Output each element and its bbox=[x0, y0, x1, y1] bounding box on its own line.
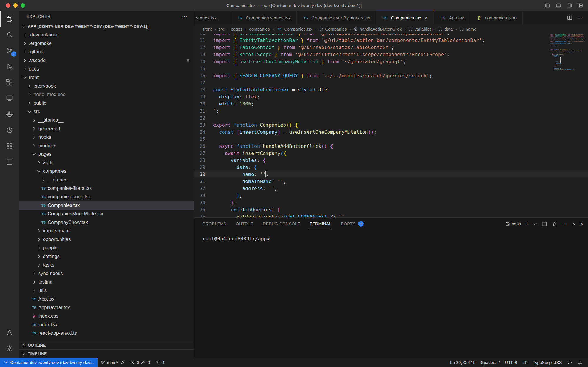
close-panel-icon[interactable]: × bbox=[580, 221, 583, 227]
new-terminal-icon[interactable]: + bbox=[525, 221, 529, 227]
code-line[interactable]: 21`; bbox=[194, 108, 588, 115]
tab-stories.tsx[interactable]: stories.tsx bbox=[194, 11, 231, 24]
panel-more-actions-icon[interactable]: ⋯ bbox=[562, 221, 567, 227]
tab-companies.json[interactable]: {}companies.json bbox=[470, 11, 523, 24]
minimize-window-button[interactable] bbox=[13, 3, 18, 8]
tree-file-react-app-env.d.ts[interactable]: TSreact-app-env.d.ts bbox=[19, 329, 194, 337]
tree-folder-companies[interactable]: companies bbox=[19, 167, 194, 175]
tree-file-index.tsx[interactable]: TSindex.tsx bbox=[19, 320, 194, 329]
formatter-status-item[interactable] bbox=[564, 358, 575, 367]
code-line[interactable]: 17 bbox=[194, 79, 588, 86]
tree-folder-hooks[interactable]: hooks bbox=[19, 133, 194, 141]
maximize-window-button[interactable] bbox=[21, 3, 25, 8]
tree-file-AppNavbar.tsx[interactable]: TSAppNavbar.tsx bbox=[19, 303, 194, 312]
code-line[interactable]: 13import { RecoilScope } from '@/ui/util… bbox=[194, 51, 588, 58]
timeline-section[interactable]: TIMELINE bbox=[19, 349, 194, 358]
code-line[interactable]: 16import { SEARCH_COMPANY_QUERY } from '… bbox=[194, 72, 588, 79]
code-line[interactable]: 33 }, bbox=[194, 192, 588, 199]
breadcrumb-variables[interactable]: variables bbox=[408, 27, 432, 31]
tree-folder-people[interactable]: people bbox=[19, 244, 194, 252]
breadcrumb-pages[interactable]: pages bbox=[231, 27, 243, 31]
tree-folder-node_modules[interactable]: node_modules bbox=[19, 90, 194, 99]
breadcrumb-handleAddButtonClick[interactable]: handleAddButtonClick bbox=[353, 27, 402, 31]
cursor-position-item[interactable]: Ln 30, Col 19 bbox=[447, 358, 478, 367]
breadcrumb-name[interactable]: name bbox=[460, 27, 476, 31]
toggle-panel-icon[interactable] bbox=[555, 2, 562, 9]
tree-file-App.tsx[interactable]: TSApp.tsx bbox=[19, 295, 194, 303]
tree-file-companies-sorts.tsx[interactable]: TScompanies-sorts.tsx bbox=[19, 192, 194, 201]
tree-folder-__stories__[interactable]: __stories__ bbox=[19, 116, 194, 124]
terminal-shell-selector[interactable]: bash bbox=[505, 222, 521, 226]
toggle-sidebar-icon[interactable] bbox=[544, 2, 551, 9]
tree-folder-generated[interactable]: generated bbox=[19, 124, 194, 133]
close-window-button[interactable] bbox=[6, 3, 10, 8]
tree-folder-settings[interactable]: settings bbox=[19, 252, 194, 261]
close-tab-icon[interactable]: × bbox=[425, 15, 428, 21]
code-line[interactable]: 23export function Companies() { bbox=[194, 122, 588, 129]
tree-folder-.github[interactable]: .github bbox=[19, 48, 194, 56]
breadcrumb-companies[interactable]: companies bbox=[249, 27, 270, 31]
code-line[interactable]: 18const StyledTableContainer = styled.di… bbox=[194, 86, 588, 93]
tree-folder-impersonate[interactable]: impersonate bbox=[19, 227, 194, 235]
code-line[interactable]: 27 await insertCompany({ bbox=[194, 150, 588, 157]
code-line[interactable]: 26 async function handleAddButtonClick()… bbox=[194, 143, 588, 150]
maximize-panel-icon[interactable] bbox=[571, 222, 576, 226]
tree-folder-.vscode[interactable]: .vscode bbox=[19, 56, 194, 65]
breadcrumb-front[interactable]: front bbox=[203, 27, 212, 31]
extensions-icon[interactable] bbox=[0, 74, 19, 90]
customize-layout-icon[interactable] bbox=[577, 2, 583, 9]
tree-folder-src[interactable]: src bbox=[19, 107, 194, 116]
tree-folder-.devcontainer[interactable]: .devcontainer bbox=[19, 31, 194, 39]
code-line[interactable]: 11import { EntityTableActionBar } from '… bbox=[194, 37, 588, 44]
breadcrumb-data[interactable]: data bbox=[438, 27, 453, 31]
code-line[interactable]: 20 width: 100%; bbox=[194, 100, 588, 108]
tree-folder-front[interactable]: front bbox=[19, 73, 194, 82]
outline-section[interactable]: OUTLINE bbox=[19, 341, 194, 349]
code-line[interactable]: 25 bbox=[194, 136, 588, 143]
tree-file-CompanyShow.tsx[interactable]: TSCompanyShow.tsx bbox=[19, 218, 194, 227]
docker-icon[interactable] bbox=[0, 106, 19, 122]
split-terminal-icon[interactable] bbox=[542, 221, 547, 227]
tree-folder-docs[interactable]: docs bbox=[19, 65, 194, 73]
code-line[interactable]: 36 getOperationName(GET_COMPANIES) ?? ''… bbox=[194, 213, 588, 217]
tree-folder-auth[interactable]: auth bbox=[19, 158, 194, 167]
tree-folder-pages[interactable]: pages bbox=[19, 150, 194, 158]
tab-Companies.sortBy.stories.tsx[interactable]: TSCompanies.sortBy.stories.tsx bbox=[297, 11, 376, 24]
code-line[interactable]: 32 address: '', bbox=[194, 185, 588, 192]
code-line[interactable]: 22 bbox=[194, 115, 588, 122]
tree-folder-.storybook[interactable]: .storybook bbox=[19, 82, 194, 90]
tab-App.tsx[interactable]: TSApp.tsx bbox=[434, 11, 470, 24]
code-line[interactable]: 30 name: '', bbox=[194, 171, 588, 178]
code-editor[interactable]: 10import { WithTopBarContainer } from '@… bbox=[194, 34, 588, 217]
minimap[interactable]: import { WithTopBarContainer } from '@/u… bbox=[550, 34, 584, 217]
breadcrumb-Companies.tsx[interactable]: TSCompanies.tsx bbox=[276, 27, 312, 31]
tree-folder-public[interactable]: public bbox=[19, 99, 194, 107]
tree-folder-utils[interactable]: utils bbox=[19, 286, 194, 295]
terminal-output[interactable]: root@0a42ecd84891:/app# bbox=[194, 230, 588, 358]
code-line[interactable]: 24 const [insertCompany] = useInsertOneC… bbox=[194, 129, 588, 136]
language-mode-item[interactable]: TypeScript JSX bbox=[530, 358, 564, 367]
notifications-item[interactable] bbox=[575, 358, 585, 367]
extension-grid-icon[interactable] bbox=[0, 138, 19, 154]
eol-item[interactable]: LF bbox=[520, 358, 530, 367]
tab-Companies.tsx[interactable]: TSCompanies.tsx× bbox=[376, 11, 434, 24]
accounts-icon[interactable] bbox=[0, 324, 19, 340]
settings-icon[interactable] bbox=[0, 340, 19, 356]
problems-item[interactable]: 0 0 bbox=[127, 358, 153, 367]
code-line[interactable]: 35 refetchQueries: [ bbox=[194, 206, 588, 213]
editor-more-actions-icon[interactable]: ⋯ bbox=[577, 15, 583, 21]
tree-folder-modules[interactable]: modules bbox=[19, 141, 194, 150]
panel-tab-output[interactable]: OUTPUT bbox=[236, 218, 253, 230]
code-line[interactable]: 15 bbox=[194, 65, 588, 72]
encoding-item[interactable]: UTF-8 bbox=[502, 358, 520, 367]
source-control-icon[interactable]: 1 bbox=[0, 43, 19, 58]
panel-tab-debug-console[interactable]: DEBUG CONSOLE bbox=[263, 218, 300, 230]
tree-folder-__stories__[interactable]: __stories__ bbox=[19, 175, 194, 184]
tree-folder-.ergomake[interactable]: .ergomake bbox=[19, 39, 194, 48]
split-editor-icon[interactable] bbox=[567, 15, 572, 21]
panel-tab-ports[interactable]: PORTS1 bbox=[341, 218, 364, 230]
code-line[interactable]: 31 domainName: '', bbox=[194, 178, 588, 185]
tree-file-Companies.tsx[interactable]: TSCompanies.tsx bbox=[19, 201, 194, 210]
remote-indicator[interactable]: >< Container dev-twenty-dev (dev-twenty-… bbox=[0, 358, 98, 367]
code-line[interactable]: 10import { WithTopBarContainer } from '@… bbox=[194, 34, 588, 37]
